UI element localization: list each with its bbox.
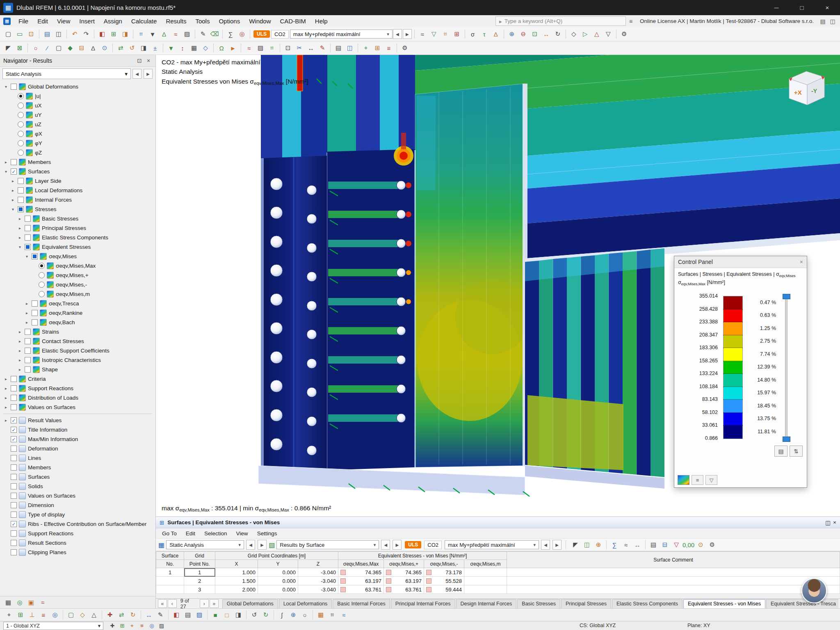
expander-icon[interactable]: ▸	[17, 235, 23, 240]
ortho-toggle[interactable]: ⊥	[27, 610, 37, 620]
view-redo[interactable]: ↻	[260, 610, 271, 620]
tree-item[interactable]: uX	[0, 101, 155, 110]
feedback-icon[interactable]: ▤	[818, 16, 828, 26]
radio-button[interactable]	[39, 291, 45, 297]
menubar-item-help[interactable]: Help	[310, 15, 332, 27]
tree-item[interactable]: φX	[0, 129, 155, 139]
table-combination-combobox[interactable]: max My+předpětí maximální▾	[445, 540, 539, 549]
surface-tool[interactable]: ▢	[53, 43, 64, 53]
support-tool[interactable]: Δ	[88, 43, 98, 53]
col-point-no[interactable]: Point No.	[184, 560, 215, 568]
close-icon[interactable]: ×	[145, 57, 152, 64]
col-surface[interactable]: Surface	[156, 552, 184, 560]
checkbox[interactable]	[11, 455, 17, 461]
results-navigator-tab[interactable]: ≈	[37, 597, 48, 608]
tree-item[interactable]: ▸Principal Stresses	[0, 223, 155, 233]
col-stresses-group[interactable]: Equivalent Stresses - von Mises [N/mm²]	[338, 552, 507, 560]
prev-combination-button[interactable]: ◀	[393, 29, 402, 39]
analysis-combobox[interactable]: Static Analysis ▾	[2, 68, 131, 79]
tree-item[interactable]: ▾Surfaces	[0, 167, 155, 176]
expander-icon[interactable]: ▸	[17, 330, 23, 334]
expander-icon[interactable]: ▾	[3, 84, 9, 89]
prev-page-button[interactable]: ‹	[168, 599, 177, 608]
reverse-scale[interactable]: ⇅	[790, 446, 803, 457]
statusbar-guides[interactable]: ≡	[137, 622, 146, 630]
expander-icon[interactable]: ▸	[24, 320, 30, 325]
next-combination-button[interactable]: ▶	[552, 540, 562, 550]
expander-icon[interactable]: ▸	[3, 405, 9, 409]
surface-load[interactable]: ▦	[189, 43, 199, 53]
tree-item[interactable]: ▸Elastic Support Coefficients	[0, 346, 155, 355]
tree-item[interactable]: uZ	[0, 120, 155, 129]
select-pointer[interactable]: ◤	[3, 43, 14, 53]
show-results[interactable]: ≈	[417, 29, 428, 39]
show-diagram[interactable]: ≈	[621, 539, 631, 550]
tree-item[interactable]: ▸Result Values	[0, 416, 155, 425]
checkbox[interactable]	[11, 385, 17, 391]
next-combination-button[interactable]: ▶	[403, 29, 412, 39]
result-tab-global-deformations[interactable]: Global Deformations	[222, 599, 278, 608]
tree-item[interactable]: Title Information	[0, 425, 155, 434]
measure-tool[interactable]: ↔	[306, 43, 316, 53]
results-mode-combobox[interactable]: Results by Surface▾	[276, 540, 379, 549]
sync-selection[interactable]: ◫	[582, 539, 592, 550]
tree-item[interactable]: ▸Contact Stresses	[0, 337, 155, 346]
cell-sminus[interactable]: 73.178	[424, 568, 464, 577]
tree-item[interactable]: σeqv,Mises,Max	[0, 261, 155, 271]
checkbox[interactable]	[32, 310, 38, 316]
filter-results[interactable]: ▽	[429, 29, 439, 39]
tree-item[interactable]: φY	[0, 139, 155, 148]
load-combinations[interactable]: Ω	[216, 43, 227, 53]
control-panel-titlebar[interactable]: Control Panel ×	[674, 256, 807, 268]
table-row[interactable]: 21.5000.000-3.04063.19763.19755.528	[156, 577, 840, 585]
select-window[interactable]: ⊠	[14, 43, 25, 53]
expander-icon[interactable]: ▸	[3, 377, 9, 381]
plane-rotate[interactable]: ↻	[128, 610, 138, 620]
tree-item[interactable]: Support Reactions	[0, 529, 155, 538]
statusbar-snap[interactable]: ⌖	[128, 622, 137, 630]
col-y[interactable]: Y	[258, 560, 298, 568]
values-on-surfaces[interactable]: ⌗	[267, 43, 277, 53]
cell-sm[interactable]	[464, 568, 507, 577]
navigator-panel-toggle[interactable]: ◧	[97, 29, 107, 39]
tree-item[interactable]: ▸Elastic Stress Components	[0, 233, 155, 242]
tree-item[interactable]: ▸Local Deformations	[0, 186, 155, 195]
view-in-y[interactable]: △	[591, 29, 602, 39]
panel-tab-color-scale[interactable]	[678, 475, 689, 485]
coordinate-system-combobox[interactable]: 1 - Global XYZ ▾	[3, 622, 103, 630]
zoom-out[interactable]: ⊖	[518, 29, 529, 39]
menubar-item-view[interactable]: View	[52, 15, 75, 27]
zoom-to-row[interactable]: ⊕	[593, 539, 604, 550]
views-navigator-tab[interactable]: ▣	[26, 597, 37, 608]
select-in-table[interactable]: ◤	[570, 539, 581, 550]
tables-toggle[interactable]: ⊞	[108, 29, 119, 39]
cell-x[interactable]: 2.000	[215, 585, 258, 594]
checkbox[interactable]	[11, 512, 17, 518]
radio-button[interactable]	[18, 121, 24, 127]
col-x[interactable]: X	[215, 560, 258, 568]
expander-icon[interactable]: ▸	[24, 311, 30, 315]
keyword-search-input[interactable]: ▸ Type a keyword (Alt+Q)	[495, 16, 626, 26]
tree-item[interactable]: σeqv,Mises,+	[0, 271, 155, 280]
tree-item[interactable]: ▸Isotropic Characteristics	[0, 355, 155, 365]
checkbox[interactable]	[11, 540, 17, 546]
table-menu-edit[interactable]: Edit	[181, 530, 200, 537]
menubar-item-edit[interactable]: Edit	[33, 15, 52, 27]
guidelines-toggle[interactable]: ≡	[38, 610, 49, 620]
checkbox[interactable]	[18, 206, 24, 212]
user-grid[interactable]: ▦	[315, 610, 326, 620]
cell-point-no[interactable]: 1	[184, 568, 215, 577]
mesh-display[interactable]: ⌗	[327, 610, 338, 620]
options-settings[interactable]: ⚙	[399, 43, 410, 53]
cell-surface-no[interactable]: 1	[156, 568, 184, 577]
checkbox[interactable]	[11, 493, 17, 499]
node-tool[interactable]: ○	[30, 43, 41, 53]
table-menu-settings[interactable]: Settings	[253, 530, 282, 537]
col-sm[interactable]: σeqv,Mises,m	[464, 560, 507, 568]
tree-item[interactable]: σeqv,Mises,-	[0, 280, 155, 289]
tree-item[interactable]: ▸Distribution of Loads	[0, 393, 155, 403]
render-wireframe[interactable]: □	[221, 610, 232, 620]
tables-view[interactable]: ▤	[333, 43, 344, 53]
cell-z[interactable]: -3.040	[298, 577, 338, 585]
snap-settings[interactable]: ⌖	[361, 43, 371, 53]
